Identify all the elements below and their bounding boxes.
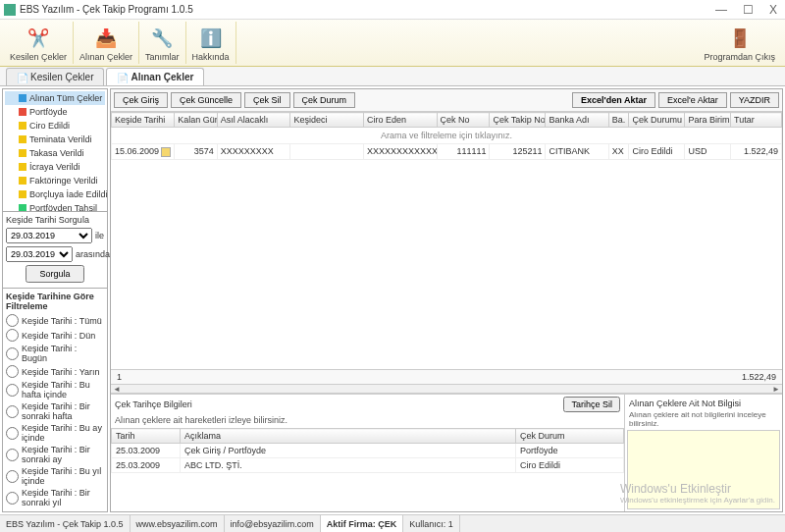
cek-guncelle-button[interactable]: Çek Güncelle (171, 92, 241, 108)
date-from-select[interactable]: 29.03.2019 (6, 228, 92, 243)
status-mail: info@ebsyazilim.com (225, 515, 321, 532)
status-icon (19, 177, 26, 185)
app-icon (4, 4, 16, 16)
cell-kesideci (290, 144, 364, 160)
ribbon-alinan-cekler[interactable]: 📥 Alınan Çekler (74, 22, 139, 64)
status-icon (19, 163, 26, 171)
tab-icon: 📄 (117, 73, 127, 82)
filter-option-sonraki-yil[interactable]: Keşide Tarihi : Bir sonraki yıl (6, 487, 104, 508)
definitions-icon: 🔧 (150, 27, 174, 50)
tree-item-faktoring[interactable]: Faktöringe Verildi (5, 174, 105, 187)
col-ciro-eden[interactable]: Ciro Eden (363, 113, 437, 128)
hist-col-durum[interactable]: Çek Durum (516, 429, 624, 444)
tree-item-portfoyde[interactable]: Portföyde (5, 105, 105, 119)
filter-option-bugun[interactable]: Keşide Tarihi : Bugün (6, 343, 104, 364)
date-to-select[interactable]: 29.03.2019 (6, 246, 73, 262)
status-kullanici: Kullanıcı: 1 (403, 515, 460, 532)
history-subtitle: Alınan çeklere ait hareketleri izleye bi… (111, 414, 624, 428)
grid-toolbar: Çek Giriş Çek Güncelle Çek Sil Çek Durum… (111, 89, 782, 112)
col-ba[interactable]: Ba. (608, 113, 629, 128)
content-panel: Çek Giriş Çek Güncelle Çek Sil Çek Durum… (110, 88, 783, 512)
filter-option-ay[interactable]: Keşide Tarihi : Bu ay içinde (6, 422, 104, 444)
date-query-panel: Keşide Tarihi Sorgula 29.03.2019 ile 29.… (3, 211, 107, 288)
ribbon-kesilen-cekler[interactable]: ✂️ Kesilen Çekler (4, 22, 74, 64)
cell-cek-durumu: Ciro Edildi (629, 144, 685, 160)
tree-item-portfoy-tahsil[interactable]: Portföyden Tahsil (5, 201, 105, 211)
tree-item-teminat[interactable]: Teminata Verildi (5, 133, 105, 146)
status-app: EBS Yazılım - Çek Takip 1.0.5 (0, 515, 131, 532)
cell-cek-takip-no: 125211 (490, 144, 546, 160)
status-icon (19, 122, 26, 130)
col-cek-no[interactable]: Çek No (437, 113, 490, 128)
notes-panel: Alınan Çeklere Ait Not Bilgisi Alınan çe… (625, 395, 782, 511)
filter-option-sonraki-ay[interactable]: Keşide Tarihi : Bir sonraki ay (6, 444, 104, 465)
hist-col-tarih[interactable]: Tarih (112, 429, 181, 444)
col-cek-takip-no[interactable]: Çek Takip No (490, 113, 546, 128)
history-grid[interactable]: Tarih Açıklama Çek Durum 25.03.2009 Çek … (111, 428, 624, 511)
tab-kesilen-cekler[interactable]: 📄 Kesilen Çekler (6, 68, 104, 85)
query-button[interactable]: Sorgula (26, 265, 83, 283)
history-row[interactable]: 25.03.2009 Çek Giriş / Portföyde Portföy… (112, 444, 624, 458)
col-kalan-gun[interactable]: Kalan Gün (175, 113, 218, 128)
col-cek-durumu[interactable]: Çek Durumu (629, 113, 685, 128)
excelden-aktar-button[interactable]: Excel'den Aktar (572, 92, 655, 108)
calendar-icon[interactable] (161, 147, 171, 157)
col-tutar[interactable]: Tutar (731, 113, 782, 128)
received-check-icon: 📥 (94, 27, 118, 50)
status-icon (19, 190, 26, 198)
tree-item-icra[interactable]: İcraya Verildi (5, 160, 105, 174)
ribbon-tanimlar[interactable]: 🔧 Tanımlar (139, 22, 186, 64)
cek-durum-button[interactable]: Çek Durum (293, 92, 356, 108)
cut-check-icon: ✂️ (26, 27, 50, 50)
pager-bar: 1 1.522,49 (111, 369, 782, 384)
grid-data-row[interactable]: 15.06.2009 3574 XXXXXXXXX XXXXXXXXXXXX 1… (112, 144, 782, 160)
cell-asil-alacakli: XXXXXXXXX (217, 144, 290, 160)
grid-header-row: Keşide Tarihi Kalan Gün Asıl Alacaklı Ke… (112, 113, 782, 128)
col-para-birimi[interactable]: Para Birimi (685, 113, 731, 128)
filter-option-tumu[interactable]: Keşide Tarihi : Tümü (6, 313, 104, 328)
col-banka-adi[interactable]: Banka Adı (546, 113, 608, 128)
status-url: www.ebsyazilim.com (131, 515, 225, 532)
tree-item-all[interactable]: Alınan Tüm Çekler (5, 91, 105, 105)
filter-option-sonraki-hafta[interactable]: Keşide Tarihi : Bir sonraki hafta (6, 400, 104, 422)
cell-ciro-eden: XXXXXXXXXXXX (363, 144, 437, 160)
tab-alinan-cekler[interactable]: 📄 Alınan Çekler (106, 68, 204, 85)
filter-option-yarin[interactable]: Keşide Tarihi : Yarın (6, 364, 104, 379)
col-asil-alacakli[interactable]: Asıl Alacaklı (217, 113, 290, 128)
filter-title: Keşide Tarihine Göre Filtreleme (6, 292, 104, 311)
hist-col-aciklama[interactable]: Açıklama (181, 429, 516, 444)
horizontal-scrollbar[interactable] (111, 384, 782, 394)
cell-para-birimi: USD (685, 144, 731, 160)
checks-grid[interactable]: Keşide Tarihi Kalan Gün Asıl Alacaklı Ke… (111, 112, 782, 369)
filter-option-dun[interactable]: Keşide Tarihi : Dün (6, 328, 104, 343)
exit-icon: 🚪 (728, 27, 752, 50)
lower-panels: Çek Tarihçe Bilgileri Tarihçe Sil Alınan… (111, 394, 782, 511)
maximize-button[interactable]: ☐ (739, 3, 758, 17)
col-kesideci[interactable]: Keşideci (290, 113, 364, 128)
tree-item-takas[interactable]: Takasa Verildi (5, 146, 105, 160)
cek-giris-button[interactable]: Çek Giriş (114, 92, 168, 108)
history-title: Çek Tarihçe Bilgileri (115, 399, 192, 409)
close-button[interactable]: X (765, 3, 781, 17)
cek-sil-button[interactable]: Çek Sil (244, 92, 290, 108)
folder-icon (19, 94, 26, 102)
excele-aktar-button[interactable]: Excel'e Aktar (658, 92, 727, 108)
notes-textarea[interactable] (627, 430, 780, 509)
filter-option-hafta[interactable]: Keşide Tarihi : Bu hafta içinde (6, 379, 104, 400)
main-area: Alınan Tüm Çekler Portföyde Ciro Edildi … (0, 86, 785, 514)
tree-item-ciro[interactable]: Ciro Edildi (5, 119, 105, 133)
filter-hint-row[interactable]: Arama ve filtreleme için tıklayınız. (112, 128, 782, 144)
ribbon-cikis[interactable]: 🚪 Programdan Çıkış (698, 22, 781, 64)
notes-subtitle: Alınan çeklere ait not bilgilerini incel… (627, 410, 780, 430)
history-delete-button[interactable]: Tarihçe Sil (563, 397, 620, 412)
minimize-button[interactable]: — (711, 3, 731, 17)
date-query-label: Keşide Tarihi Sorgula (6, 215, 104, 225)
ribbon-hakkinda[interactable]: ℹ️ Hakkında (186, 22, 236, 64)
sidebar: Alınan Tüm Çekler Portföyde Ciro Edildi … (2, 88, 108, 512)
status-tree: Alınan Tüm Çekler Portföyde Ciro Edildi … (3, 89, 107, 211)
yazdir-button[interactable]: YAZDIR (730, 92, 779, 108)
col-keside-tarihi[interactable]: Keşide Tarihi (112, 113, 175, 128)
filter-option-yil[interactable]: Keşide Tarihi : Bu yıl içinde (6, 465, 104, 487)
history-row[interactable]: 25.03.2009 ABC LTD. ŞTİ. Ciro Edildi (112, 458, 624, 473)
tree-item-iade[interactable]: Borçluya İade Edildi (5, 187, 105, 201)
